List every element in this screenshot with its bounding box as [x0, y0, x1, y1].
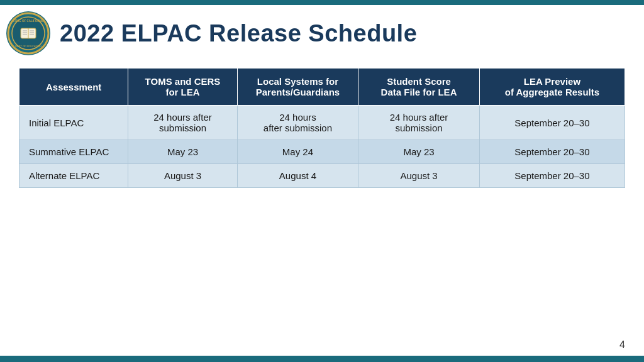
cell-lea: September 20–30	[479, 140, 625, 164]
cell-toms: May 23	[128, 140, 237, 164]
page-number: 4	[619, 339, 625, 351]
col-header-assessment: Assessment	[19, 69, 128, 106]
cell-toms: August 3	[128, 164, 237, 188]
table-header-row: Assessment TOMS and CERSfor LEA Local Sy…	[19, 69, 625, 106]
page-title: 2022 ELPAC Release Schedule	[60, 20, 417, 47]
schedule-table: Assessment TOMS and CERSfor LEA Local Sy…	[19, 68, 625, 188]
cell-toms: 24 hours aftersubmission	[128, 106, 237, 140]
col-header-lea: LEA Previewof Aggregate Results	[479, 69, 625, 106]
table-row: Initial ELPAC24 hours aftersubmission24 …	[19, 106, 625, 140]
cell-lea: September 20–30	[479, 106, 625, 140]
cell-local: 24 hoursafter submission	[237, 106, 358, 140]
table-row: Summative ELPACMay 23May 24May 23Septemb…	[19, 140, 625, 164]
cell-assessment: Summative ELPAC	[19, 140, 128, 164]
cell-student: 24 hours aftersubmission	[358, 106, 480, 140]
cell-student: August 3	[358, 164, 480, 188]
cell-lea: September 20–30	[479, 164, 625, 188]
col-header-local: Local Systems forParents/Guardians	[237, 69, 358, 106]
svg-text:DEPT OF EDUCATION: DEPT OF EDUCATION	[15, 45, 42, 48]
logo: STATE OF CALIFORNIA DEPT OF EDUCATION	[6, 11, 50, 55]
bottom-bar	[0, 356, 644, 362]
col-header-toms: TOMS and CERSfor LEA	[128, 69, 237, 106]
cell-assessment: Initial ELPAC	[19, 106, 128, 140]
cell-local: May 24	[237, 140, 358, 164]
table-row: Alternate ELPACAugust 3August 4August 3S…	[19, 164, 625, 188]
svg-text:STATE OF CALIFORNIA: STATE OF CALIFORNIA	[13, 19, 45, 23]
main-content: Assessment TOMS and CERSfor LEA Local Sy…	[0, 62, 644, 194]
top-bar	[0, 0, 644, 5]
col-header-student: Student ScoreData File for LEA	[358, 69, 480, 106]
header: STATE OF CALIFORNIA DEPT OF EDUCATION 20…	[0, 5, 644, 62]
cell-local: August 4	[237, 164, 358, 188]
cell-assessment: Alternate ELPAC	[19, 164, 128, 188]
cell-student: May 23	[358, 140, 480, 164]
